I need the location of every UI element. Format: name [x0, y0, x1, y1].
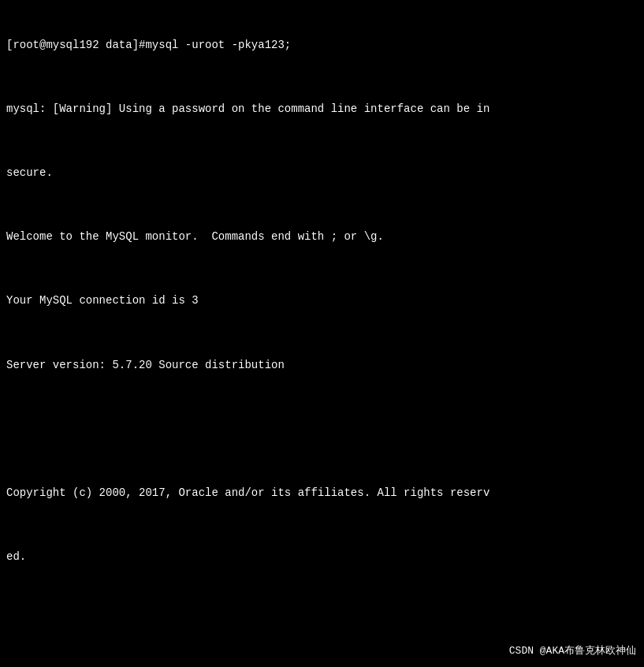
- terminal-line-1: [root@mysql192 data]#mysql -uroot -pkya1…: [6, 37, 638, 53]
- terminal-line-5: Your MySQL connection id is 3: [6, 293, 638, 308]
- terminal-line-8: Copyright (c) 2000, 2017, Oracle and/or …: [6, 485, 638, 501]
- terminal-line-9: ed.: [6, 549, 638, 565]
- terminal-line-4: Welcome to the MySQL monitor. Commands e…: [6, 229, 638, 244]
- watermark: CSDN @AKA布鲁克林欧神仙: [509, 644, 636, 659]
- terminal-line-7: [6, 421, 638, 437]
- terminal-line-10: [6, 613, 638, 628]
- terminal-line-3: secure.: [6, 165, 638, 181]
- terminal-line-2: mysql: [Warning] Using a password on the…: [6, 101, 638, 117]
- terminal-line-6: Server version: 5.7.20 Source distributi…: [6, 357, 638, 373]
- terminal-window: [root@mysql192 data]#mysql -uroot -pkya1…: [0, 0, 644, 667]
